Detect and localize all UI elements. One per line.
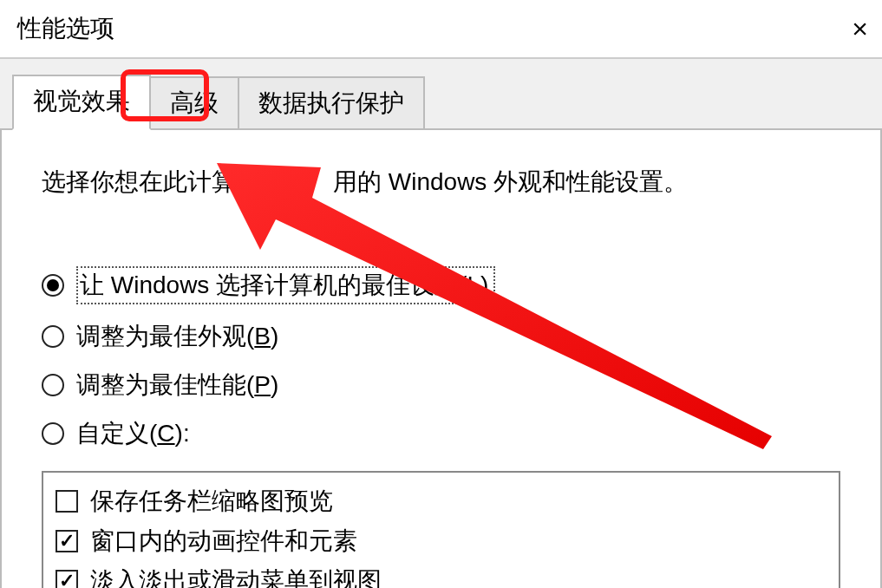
radio-let-windows[interactable]: 让 Windows 选择计算机的最佳设置(L): [42, 266, 840, 304]
radio-icon: [42, 422, 64, 445]
radio-label-suffix: ): [480, 271, 488, 298]
description-text: 选择你想在此计算机 用的 Windows 外观和性能设置。: [42, 163, 840, 202]
checkbox-taskbar-thumb[interactable]: 保存任务栏缩略图预览: [56, 481, 826, 521]
checkbox-label: 淡入淡出或滑动菜单到视图: [90, 565, 382, 588]
radio-label-prefix: 让 Windows 选择计算机的最佳设置(: [80, 271, 467, 298]
checkbox-icon: [56, 490, 78, 513]
window-title: 性能选项: [17, 12, 114, 45]
radio-icon: [42, 274, 64, 297]
radio-label-key: C: [157, 420, 174, 447]
checkbox-window-anim[interactable]: 窗口内的动画控件和元素: [56, 521, 826, 561]
radio-label-key: B: [254, 323, 271, 350]
checkbox-icon: [56, 570, 78, 588]
radio-label-key: L: [467, 271, 480, 298]
close-icon[interactable]: ×: [852, 13, 868, 45]
radio-label-suffix: ): [271, 371, 278, 398]
checkbox-fade-slide[interactable]: 淡入淡出或滑动菜单到视图: [56, 561, 826, 588]
radio-best-appearance[interactable]: 调整为最佳外观(B): [42, 320, 840, 353]
checkbox-label: 保存任务栏缩略图预览: [90, 485, 333, 518]
checkbox-label: 窗口内的动画控件和元素: [90, 525, 357, 558]
tab-visual-effects[interactable]: 视觉效果: [12, 75, 151, 130]
tab-row: 视觉效果 高级 数据执行保护: [0, 59, 882, 130]
radio-label-suffix: ):: [175, 420, 190, 447]
content-area: 视觉效果 高级 数据执行保护 选择你想在此计算机 用的 Windows 外观和性…: [0, 57, 882, 588]
checkbox-list: 保存任务栏缩略图预览 窗口内的动画控件和元素 淡入淡出或滑动菜单到视图: [42, 471, 840, 588]
radio-label: 调整为最佳性能(P): [76, 369, 278, 402]
checkbox-icon: [56, 530, 78, 552]
tab-advanced[interactable]: 高级: [149, 76, 239, 130]
radio-custom[interactable]: 自定义(C):: [42, 417, 840, 450]
title-bar: 性能选项 ×: [0, 0, 882, 57]
radio-label-prefix: 调整为最佳性能(: [76, 371, 254, 398]
radio-icon: [42, 325, 64, 348]
radio-label-key: P: [254, 371, 271, 398]
radio-label: 自定义(C):: [76, 417, 190, 450]
tab-content: 选择你想在此计算机 用的 Windows 外观和性能设置。 让 Windows …: [0, 128, 882, 588]
radio-label-prefix: 调整为最佳外观(: [76, 323, 254, 350]
radio-label-suffix: ): [271, 323, 278, 350]
radio-label-prefix: 自定义(: [76, 420, 157, 447]
tab-dep[interactable]: 数据执行保护: [238, 76, 425, 130]
radio-label: 调整为最佳外观(B): [76, 320, 278, 353]
radio-label-focused: 让 Windows 选择计算机的最佳设置(L): [76, 266, 495, 304]
radio-group: 让 Windows 选择计算机的最佳设置(L) 调整为最佳外观(B) 调整为最佳…: [42, 266, 840, 450]
radio-best-performance[interactable]: 调整为最佳性能(P): [42, 369, 840, 402]
radio-icon: [42, 374, 64, 396]
